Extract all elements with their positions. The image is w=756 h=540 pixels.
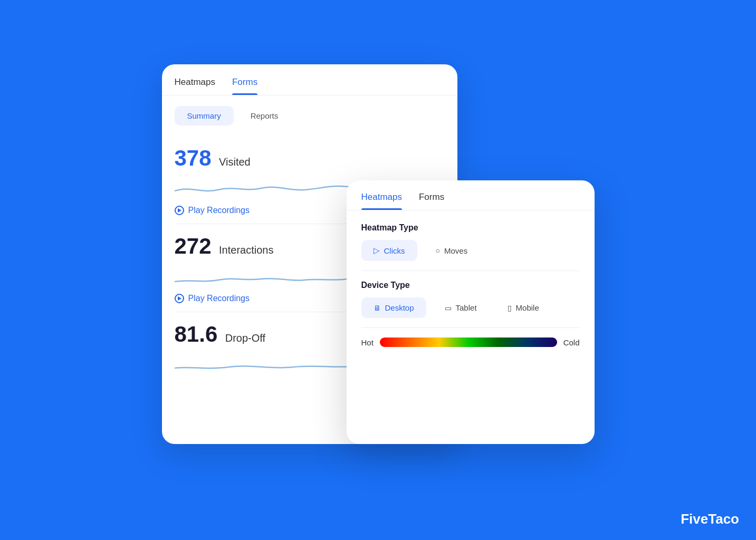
scale-bar <box>380 338 557 347</box>
circle-icon: ○ <box>436 246 440 255</box>
sub-tabs: Summary Reports <box>162 95 457 126</box>
tablet-icon: ▭ <box>445 304 452 312</box>
front-tab-forms[interactable]: Forms <box>419 192 444 210</box>
front-card-content: Heatmap Type ▷ Clicks ○ Moves Device Typ… <box>347 210 595 360</box>
mobile-option[interactable]: ▯ Mobile <box>495 297 551 318</box>
sub-tab-summary[interactable]: Summary <box>175 106 234 126</box>
desktop-option[interactable]: 🖥 Desktop <box>361 297 426 318</box>
play-icon-visited <box>175 206 184 215</box>
visited-label: Visited <box>219 156 251 168</box>
heatmap-type-label: Heatmap Type <box>361 223 580 233</box>
back-card-tabs: Heatmaps Forms <box>162 64 457 95</box>
play-icon-interactions <box>175 294 184 303</box>
divider-1 <box>361 271 580 271</box>
tablet-option[interactable]: ▭ Tablet <box>433 297 489 318</box>
heatmap-scale: Hot Cold <box>361 338 580 347</box>
device-type-options: 🖥 Desktop ▭ Tablet ▯ Mobile <box>361 297 580 318</box>
cursor-icon: ▷ <box>374 246 380 255</box>
mobile-icon: ▯ <box>508 304 512 312</box>
visited-number: 378 <box>175 146 212 170</box>
sub-tab-reports[interactable]: Reports <box>238 106 291 126</box>
visited-stat-header: 378 Visited <box>175 146 445 171</box>
monitor-icon: 🖥 <box>374 304 381 312</box>
dropoff-label: Drop-Off <box>225 332 265 344</box>
interactions-label: Interactions <box>219 244 273 256</box>
heatmap-type-options: ▷ Clicks ○ Moves <box>361 240 580 261</box>
divider-2 <box>361 327 580 328</box>
interactions-number: 272 <box>175 234 212 258</box>
device-type-label: Device Type <box>361 281 580 290</box>
tab-forms[interactable]: Forms <box>232 77 257 95</box>
cold-label: Cold <box>563 338 580 347</box>
tab-heatmaps[interactable]: Heatmaps <box>175 77 215 95</box>
front-card: Heatmaps Forms Heatmap Type ▷ Clicks ○ M… <box>347 180 595 444</box>
front-tab-heatmaps[interactable]: Heatmaps <box>361 192 402 210</box>
scene: Heatmaps Forms Summary Reports 378 Visit… <box>162 64 595 476</box>
moves-option[interactable]: ○ Moves <box>424 240 480 261</box>
hot-label: Hot <box>361 338 374 347</box>
front-card-tabs: Heatmaps Forms <box>347 180 595 210</box>
dropoff-number: 81.6 <box>175 322 218 346</box>
clicks-option[interactable]: ▷ Clicks <box>361 240 417 261</box>
brand: FiveTaco <box>681 511 739 527</box>
